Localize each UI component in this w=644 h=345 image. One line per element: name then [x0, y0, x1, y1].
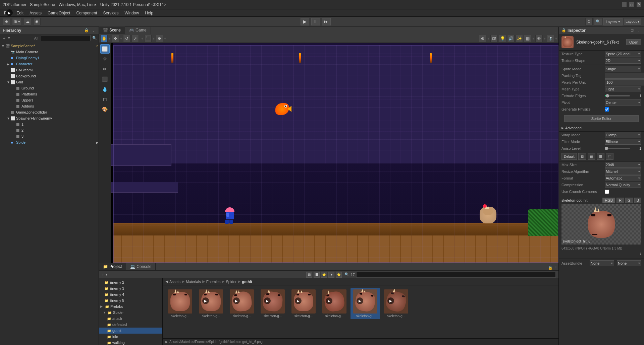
format-select[interactable]: Automatic [605, 175, 641, 181]
step-button[interactable]: ⏭ [322, 18, 331, 25]
hierarchy-lock-btn[interactable]: 🔒 [84, 28, 89, 33]
gizmo-btn[interactable]: ⊕ [479, 35, 486, 42]
asset-play-5[interactable]: ▶ [326, 297, 332, 304]
tab-game[interactable]: 🎮 Game [125, 26, 151, 34]
inspector-lock-icon[interactable]: 🔒 [561, 28, 566, 32]
asset-play-6[interactable]: ▶ [357, 297, 363, 304]
ft-prefabs[interactable]: ▶ 📁 Prefabs [99, 303, 162, 309]
cursor-tool[interactable]: ⬜ [100, 44, 110, 54]
ft-enemy5[interactable]: 📁 Enemy 5 [99, 297, 162, 303]
inspector-lock-btn[interactable]: ⊡ [629, 28, 635, 33]
pivot-select-wrap[interactable]: Center [605, 99, 641, 106]
hierarchy-search[interactable] [41, 35, 91, 41]
ft-gothit[interactable]: 📁 gothit [99, 328, 162, 334]
breadcrumb-materials[interactable]: Materials [186, 280, 201, 284]
fx-btn[interactable]: ✨ [516, 35, 523, 42]
asset-bundle-select-2[interactable]: None [617, 260, 641, 266]
minimize-button[interactable]: ─ [622, 2, 627, 7]
sprite-mode-select[interactable]: Single [605, 66, 641, 72]
hierarchy-item-platforms[interactable]: ▦ Platforms [0, 91, 99, 97]
asset-item-5[interactable]: ▶ skeleton-g... [320, 288, 349, 319]
unity-logo-btn[interactable]: ⊕ [3, 18, 10, 25]
brush-tool[interactable]: ✏ [100, 64, 110, 74]
fill-tool[interactable]: ⬛ [100, 74, 110, 84]
breadcrumb-assets[interactable]: Assets [169, 280, 180, 284]
ar-btn[interactable]: 🔭 [547, 35, 554, 42]
ft-attack[interactable]: 📁 attack [99, 316, 162, 322]
grid-btn[interactable]: ▦ [524, 35, 531, 42]
project-add-btn[interactable]: + [102, 272, 104, 277]
pivot-select[interactable]: Center [605, 99, 641, 106]
audio-btn[interactable]: 🔊 [507, 35, 515, 42]
ft-defeated[interactable]: 📁 defeated [99, 322, 162, 328]
breadcrumb-arrow-back[interactable]: ◀ [165, 279, 168, 284]
mesh-type-select-wrap[interactable]: Tight [605, 86, 641, 92]
default-platform-btn[interactable]: Default [561, 153, 577, 160]
layout-btn[interactable]: Layout ▾ [624, 18, 641, 25]
texture-type-select-wrap[interactable]: Sprite (2D and L [605, 51, 641, 57]
asset-item-7[interactable]: ▶ skeleton-g... [381, 288, 411, 319]
use-crunch-checkbox[interactable] [605, 190, 609, 194]
mesh-type-select[interactable]: Tight [605, 86, 641, 92]
ft-enemy3[interactable]: 📁 Enemy 3 [99, 285, 162, 291]
hierarchy-item-addons[interactable]: ▦ Addons [0, 103, 99, 109]
project-menu[interactable]: ⋮ [553, 265, 558, 270]
preview-rgb-btn[interactable]: RGB [602, 198, 615, 203]
platform-android-btn[interactable]: ☰ [597, 153, 604, 160]
project-star-btn[interactable]: ⭐ [321, 272, 327, 278]
resize-algorithm-select[interactable]: Mitchell [605, 168, 641, 175]
texture-shape-select-wrap[interactable]: 2D [605, 58, 641, 64]
platform-monitor-btn[interactable]: 🖥 [578, 153, 586, 160]
platform-more-btn[interactable]: ⬚ [606, 153, 613, 160]
project-view-btn-2[interactable]: ☰ [314, 272, 320, 278]
close-button[interactable]: ✕ [637, 2, 641, 7]
preview-b-btn[interactable]: B [634, 198, 641, 203]
hierarchy-item-background[interactable]: ⬜ Background [0, 73, 99, 79]
move-vertical-tool[interactable]: ✥ [100, 54, 110, 64]
hierarchy-item-uppers[interactable]: ▦ Uppers [0, 97, 99, 103]
paint-tool[interactable]: 🎨 [100, 105, 110, 114]
hierarchy-menu-btn[interactable]: ⋮ [91, 28, 96, 33]
asset-play-3[interactable]: ▶ [264, 297, 271, 304]
hierarchy-item-character[interactable]: ▶ ■ Character [0, 61, 99, 67]
format-select-wrap[interactable]: Automatic [605, 175, 641, 181]
open-button[interactable]: Open [626, 39, 641, 45]
preview-g-btn[interactable]: G [625, 198, 633, 203]
hierarchy-item-spider[interactable]: ■ Spider ▶ [0, 139, 99, 145]
hand-tool[interactable]: ✋ [100, 35, 108, 42]
project-favorite-btn[interactable]: ♥ [328, 272, 334, 278]
menu-component[interactable]: Component [73, 10, 100, 16]
project-settings-btn[interactable]: ⭐ [336, 272, 342, 278]
asset-bundle-select-wrap-2[interactable]: None [617, 260, 641, 266]
project-search[interactable] [356, 272, 556, 278]
project-icons[interactable]: 🔒 [548, 265, 553, 270]
ft-idle[interactable]: 📁 idle [99, 334, 162, 340]
wrap-mode-select[interactable]: Clamp [605, 132, 641, 138]
collab-btn[interactable]: ◉ [33, 18, 41, 25]
texture-type-select[interactable]: Sprite (2D and L [605, 51, 641, 57]
texture-shape-select[interactable]: 2D [605, 58, 641, 64]
2d-btn[interactable]: 2D [490, 35, 498, 42]
render-btn[interactable]: 👁 [535, 35, 543, 42]
hierarchy-item-1[interactable]: ▦ 1 [0, 121, 99, 127]
packing-tag-input[interactable] [605, 73, 644, 79]
dropdown-btn[interactable]: IE ▾ [12, 18, 22, 25]
light-btn[interactable]: 💡 [499, 35, 506, 42]
asset-item-6[interactable]: ▶ skeleton-g... [351, 288, 380, 319]
hierarchy-item-3[interactable]: ▦ 3 [0, 133, 99, 139]
asset-play-7[interactable]: ▶ [387, 297, 394, 304]
resize-algorithm-select-wrap[interactable]: Mitchell [605, 168, 641, 175]
layers-dropdown[interactable]: Layers ▾ [603, 18, 623, 25]
scene-menu-btn[interactable]: ⋮ [553, 28, 558, 34]
advanced-section[interactable]: ▶ Advanced [559, 125, 644, 132]
compression-select[interactable]: Normal Quality [605, 182, 641, 188]
menu-gameobject[interactable]: GameObject [45, 10, 73, 16]
hierarchy-item-samplescene[interactable]: ▼ 🎬 SampleScene* ⚠ [0, 43, 99, 49]
pixels-per-unit-input[interactable] [605, 79, 644, 85]
breadcrumb-enemies[interactable]: Enemies [206, 280, 221, 284]
wrap-mode-select-wrap[interactable]: Clamp [605, 132, 641, 138]
search-btn[interactable]: 🔍 [594, 18, 602, 25]
preview-r-btn[interactable]: R [616, 198, 624, 203]
asset-info-icon[interactable]: ℹ [640, 252, 641, 256]
hierarchy-item-grid[interactable]: ▼ ⬜ Grid [0, 79, 99, 85]
